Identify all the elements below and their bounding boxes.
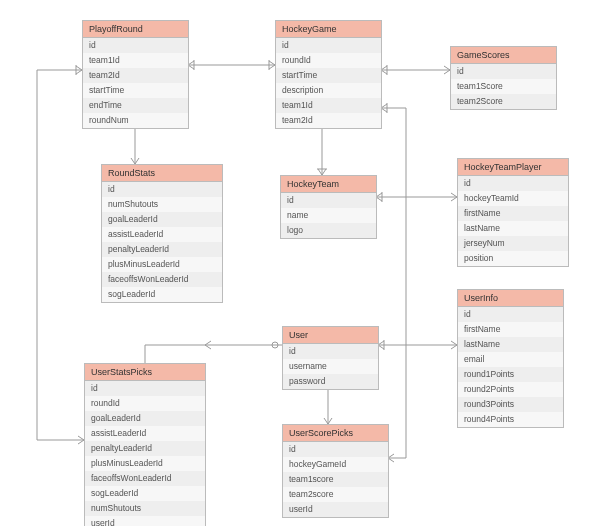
entity-field: round3Points (458, 397, 563, 412)
entity-field: id (451, 64, 556, 79)
entity-field: team2Id (83, 68, 188, 83)
entity-field: startTime (276, 68, 381, 83)
entity-hockeyteamplayer: HockeyTeamPlayeridhockeyTeamIdfirstNamel… (457, 158, 569, 267)
entity-field: team2Score (451, 94, 556, 109)
entity-field: startTime (83, 83, 188, 98)
entity-field: lastName (458, 337, 563, 352)
entity-field: roundNum (83, 113, 188, 128)
entity-field: numShutouts (85, 501, 205, 516)
entity-field: penaltyLeaderId (102, 242, 222, 257)
entity-title: GameScores (451, 47, 556, 64)
entity-user: Useridusernamepassword (282, 326, 379, 390)
entity-field: roundId (85, 396, 205, 411)
entity-field: plusMinusLeaderId (85, 456, 205, 471)
entity-field: plusMinusLeaderId (102, 257, 222, 272)
entity-field: team1score (283, 472, 388, 487)
entity-field: sogLeaderId (102, 287, 222, 302)
entity-body: idroundIdgoalLeaderIdassistLeaderIdpenal… (85, 381, 205, 526)
entity-field: lastName (458, 221, 568, 236)
entity-title: PlayoffRound (83, 21, 188, 38)
entity-field: description (276, 83, 381, 98)
entity-field: email (458, 352, 563, 367)
entity-field: id (458, 307, 563, 322)
entity-roundstats: RoundStatsidnumShutoutsgoalLeaderIdassis… (101, 164, 223, 303)
entity-field: id (102, 182, 222, 197)
entity-title: UserScorePicks (283, 425, 388, 442)
entity-field: firstName (458, 206, 568, 221)
entity-field: id (283, 344, 378, 359)
entity-body: idnamelogo (281, 193, 376, 238)
entity-field: sogLeaderId (85, 486, 205, 501)
entity-field: assistLeaderId (102, 227, 222, 242)
entity-field: userId (85, 516, 205, 526)
entity-field: hockeyTeamId (458, 191, 568, 206)
entity-field: name (281, 208, 376, 223)
entity-field: jerseyNum (458, 236, 568, 251)
entity-field: team2Id (276, 113, 381, 128)
entity-title: HockeyGame (276, 21, 381, 38)
entity-field: id (458, 176, 568, 191)
entity-field: numShutouts (102, 197, 222, 212)
entity-title: HockeyTeam (281, 176, 376, 193)
entity-field: faceoffsWonLeaderId (102, 272, 222, 287)
entity-hockeyteam: HockeyTeamidnamelogo (280, 175, 377, 239)
entity-body: idteam1Idteam2IdstartTimeendTimeroundNum (83, 38, 188, 128)
entity-body: idusernamepassword (283, 344, 378, 389)
entity-field: penaltyLeaderId (85, 441, 205, 456)
entity-field: faceoffsWonLeaderId (85, 471, 205, 486)
entity-field: assistLeaderId (85, 426, 205, 441)
entity-userstatspicks: UserStatsPicksidroundIdgoalLeaderIdassis… (84, 363, 206, 526)
entity-field: team1Id (83, 53, 188, 68)
entity-userinfo: UserInfoidfirstNamelastNameemailround1Po… (457, 289, 564, 428)
entity-gamescores: GameScoresidteam1Scoreteam2Score (450, 46, 557, 110)
entity-field: team2score (283, 487, 388, 502)
entity-body: idteam1Scoreteam2Score (451, 64, 556, 109)
entity-hockeygame: HockeyGameidroundIdstartTimedescriptiont… (275, 20, 382, 129)
entity-field: id (276, 38, 381, 53)
entity-field: team1Id (276, 98, 381, 113)
entity-field: position (458, 251, 568, 266)
entity-field: username (283, 359, 378, 374)
entity-field: id (281, 193, 376, 208)
entity-body: idhockeyTeamIdfirstNamelastNamejerseyNum… (458, 176, 568, 266)
entity-field: endTime (83, 98, 188, 113)
entity-field: round2Points (458, 382, 563, 397)
entity-body: idhockeyGameIdteam1scoreteam2scoreuserId (283, 442, 388, 517)
entity-field: firstName (458, 322, 563, 337)
entity-field: round4Points (458, 412, 563, 427)
entity-body: idnumShutoutsgoalLeaderIdassistLeaderIdp… (102, 182, 222, 302)
svg-point-7 (272, 342, 278, 348)
entity-field: userId (283, 502, 388, 517)
er-diagram-canvas: PlayoffRoundidteam1Idteam2IdstartTimeend… (0, 0, 600, 526)
entity-field: goalLeaderId (102, 212, 222, 227)
entity-body: idfirstNamelastNameemailround1Pointsroun… (458, 307, 563, 427)
entity-userscorepicks: UserScorePicksidhockeyGameIdteam1scorete… (282, 424, 389, 518)
entity-field: id (283, 442, 388, 457)
entity-field: roundId (276, 53, 381, 68)
entity-field: hockeyGameId (283, 457, 388, 472)
entity-field: id (83, 38, 188, 53)
entity-field: password (283, 374, 378, 389)
entity-field: team1Score (451, 79, 556, 94)
entity-field: id (85, 381, 205, 396)
entity-field: logo (281, 223, 376, 238)
entity-field: round1Points (458, 367, 563, 382)
entity-field: goalLeaderId (85, 411, 205, 426)
entity-title: UserStatsPicks (85, 364, 205, 381)
entity-title: HockeyTeamPlayer (458, 159, 568, 176)
entity-body: idroundIdstartTimedescriptionteam1Idteam… (276, 38, 381, 128)
entity-playoffround: PlayoffRoundidteam1Idteam2IdstartTimeend… (82, 20, 189, 129)
entity-title: User (283, 327, 378, 344)
entity-title: UserInfo (458, 290, 563, 307)
entity-title: RoundStats (102, 165, 222, 182)
